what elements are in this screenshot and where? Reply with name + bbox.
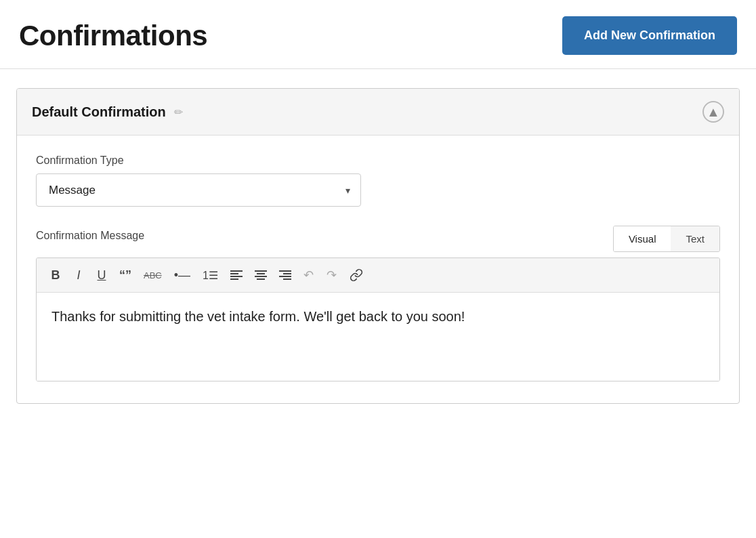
card-title: Default Confirmation <box>32 104 166 120</box>
blockquote-button[interactable]: “” <box>115 266 135 285</box>
svg-rect-9 <box>283 273 291 274</box>
edit-icon[interactable]: ✏ <box>174 106 183 119</box>
main-content: Default Confirmation ✏ ▲ Confirmation Ty… <box>0 88 756 404</box>
svg-rect-8 <box>279 270 291 272</box>
chevron-up-icon: ▲ <box>707 104 720 120</box>
svg-rect-4 <box>255 270 267 272</box>
confirmation-message-label: Confirmation Message <box>36 230 144 242</box>
svg-rect-10 <box>279 276 291 277</box>
svg-rect-2 <box>230 276 243 277</box>
svg-rect-7 <box>257 278 265 280</box>
header-divider <box>0 68 756 69</box>
confirmation-card: Default Confirmation ✏ ▲ Confirmation Ty… <box>16 88 740 404</box>
strikethrough-button[interactable]: ABC <box>140 268 166 283</box>
svg-rect-1 <box>230 273 238 274</box>
underline-button[interactable]: U <box>92 266 111 285</box>
page-title: Confirmations <box>19 20 207 52</box>
confirmation-type-select[interactable]: Message <box>36 173 361 207</box>
text-tab[interactable]: Text <box>671 226 719 251</box>
bold-button[interactable]: B <box>46 266 65 285</box>
svg-rect-0 <box>230 270 243 272</box>
message-header: Confirmation Message Visual Text <box>36 226 720 252</box>
svg-rect-11 <box>283 278 291 280</box>
link-button[interactable] <box>345 266 367 285</box>
svg-rect-3 <box>230 278 238 280</box>
editor-toolbar: B I U “” ABC •— 1☰ <box>37 258 719 293</box>
undo-button[interactable]: ↶ <box>299 265 318 285</box>
card-header: Default Confirmation ✏ ▲ <box>17 89 739 136</box>
card-header-left: Default Confirmation ✏ <box>32 104 183 120</box>
redo-button[interactable]: ↷ <box>322 265 341 285</box>
italic-button[interactable]: I <box>69 266 88 285</box>
align-center-button[interactable] <box>251 268 271 283</box>
page-header: Confirmations Add New Confirmation <box>0 0 756 68</box>
confirmation-type-wrapper: Message ▾ <box>36 173 361 207</box>
bullet-list-button[interactable]: •— <box>170 266 194 285</box>
add-new-confirmation-button[interactable]: Add New Confirmation <box>562 16 737 55</box>
message-section: Confirmation Message Visual Text B I U “… <box>36 226 720 381</box>
editor-container: B I U “” ABC •— 1☰ <box>36 257 720 381</box>
collapse-button[interactable]: ▲ <box>702 101 724 123</box>
card-body: Confirmation Type Message ▾ Confirmation… <box>17 136 739 403</box>
view-toggle: Visual Text <box>613 226 720 252</box>
visual-tab[interactable]: Visual <box>614 226 671 251</box>
editor-content[interactable]: Thanks for submitting the vet intake for… <box>37 293 719 381</box>
align-left-button[interactable] <box>226 268 247 283</box>
numbered-list-button[interactable]: 1☰ <box>198 266 222 285</box>
align-right-button[interactable] <box>275 268 295 283</box>
confirmation-type-label: Confirmation Type <box>36 154 720 167</box>
svg-rect-6 <box>255 276 267 277</box>
svg-rect-5 <box>257 273 265 274</box>
